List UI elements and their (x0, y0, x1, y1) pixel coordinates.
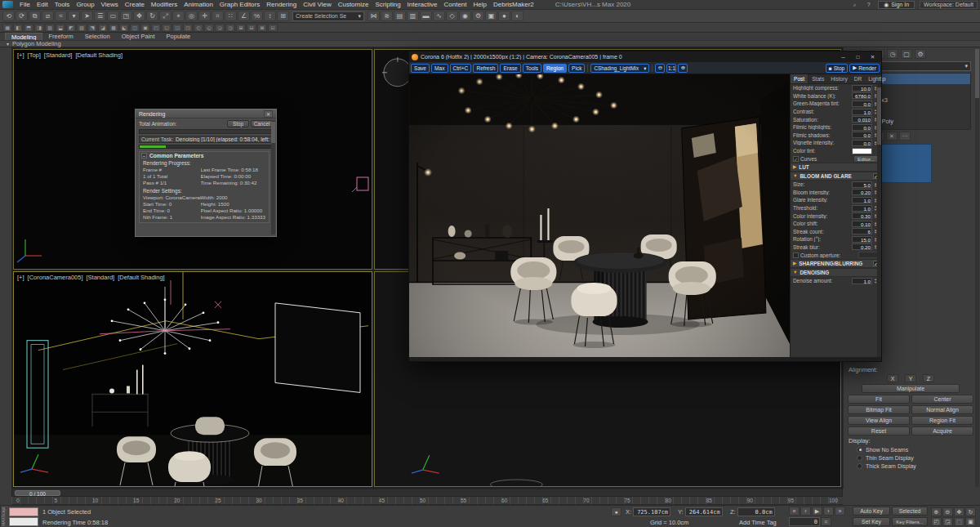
remove-modifier-icon[interactable]: ✕ (886, 132, 898, 141)
toolbar-icon[interactable]: ◧ (13, 24, 23, 32)
menu-item[interactable]: Rendering (263, 1, 300, 8)
zoom-extents-icon[interactable]: ◰ (931, 517, 942, 526)
toolbar-icon[interactable]: ▣ (140, 24, 150, 32)
maximize-icon[interactable]: □ (852, 53, 864, 61)
toolbar-icon[interactable]: ◶ (215, 24, 225, 32)
select-and-move-icon[interactable]: ✥ (133, 11, 145, 21)
menu-item[interactable]: Scripting (372, 1, 403, 8)
toolbar-icon[interactable]: ⬓ (56, 24, 65, 32)
select-object-icon[interactable]: ➤ (81, 11, 93, 21)
toolbar-icon[interactable]: ⊠ (257, 24, 267, 32)
value-input[interactable]: 0.30 (852, 212, 872, 219)
select-and-rotate-icon[interactable]: ↻ (146, 11, 158, 21)
display-tab-icon[interactable]: ▢ (901, 49, 912, 59)
motion-tab-icon[interactable]: ◷ (887, 49, 898, 59)
ribbon-toggle-icon[interactable]: ▬ (420, 11, 432, 21)
keyboard-override-icon[interactable]: ⌗ (212, 11, 224, 21)
alignment-button[interactable]: Bitmap Fit (848, 405, 910, 414)
maxscript-label[interactable]: MAXScript (0, 506, 8, 527)
menu-item[interactable]: File (16, 1, 33, 8)
menu-item[interactable]: Graph Editors (216, 1, 263, 8)
use-pivot-center-icon[interactable]: ◎ (185, 11, 198, 21)
menu-item[interactable]: Tools (51, 1, 74, 8)
refresh-button[interactable]: Refresh (473, 64, 498, 73)
save-button[interactable]: Save (411, 64, 430, 73)
snaps-toggle-icon[interactable]: ∷ (225, 11, 237, 21)
alignment-button[interactable]: Normal Align (911, 405, 973, 414)
selection-filter-icon[interactable]: ▾ (68, 11, 80, 21)
menu-item[interactable]: Content (441, 1, 470, 8)
curves-editor-button[interactable]: Editor... (853, 155, 879, 163)
vfb-tab[interactable]: Stats (808, 74, 827, 83)
zoom-all-icon[interactable]: ⊖ (942, 507, 953, 516)
select-and-manipulate-icon[interactable]: ✛ (198, 11, 211, 21)
alignment-button[interactable]: Center (911, 395, 973, 404)
value-input[interactable]: 6 (852, 228, 872, 234)
display-option-radio[interactable]: Show No Seams (845, 445, 976, 453)
erase-button[interactable]: Erase (500, 64, 520, 73)
orbit-icon[interactable]: ↻ (965, 507, 976, 516)
viewport-menu[interactable]: [Default Shading] (118, 274, 165, 281)
viewport-menu[interactable]: [Default Shading] (75, 51, 122, 59)
curves-checkbox[interactable]: ✓ (793, 156, 799, 162)
spinner-snap-icon[interactable]: ↕ (264, 11, 276, 21)
toolbar-icon[interactable]: ▧ (45, 24, 55, 32)
toolbar-icon[interactable]: ◱ (162, 24, 172, 32)
add-time-tag[interactable]: Add Time Tag (739, 519, 777, 526)
send-to-max-button[interactable]: Max (431, 64, 448, 73)
stop-button[interactable]: Stop (227, 120, 249, 127)
select-and-scale-icon[interactable]: ⤢ (159, 11, 172, 21)
ribbon-tab[interactable]: Freeform (42, 33, 78, 40)
ribbon-tab[interactable]: Object Paint (116, 33, 161, 40)
toolbar-icon[interactable]: ⊡ (268, 24, 278, 32)
vfb-render-button[interactable]: ▶Render (849, 64, 880, 73)
named-selection-set-combo[interactable]: Create Selection Se▾ (292, 11, 364, 21)
toolbar-icon[interactable]: ◴ (194, 24, 203, 32)
value-input[interactable]: 1.0 (852, 205, 872, 212)
material-editor-icon[interactable]: ◉ (459, 11, 471, 21)
command-panel-scrollbar[interactable] (975, 49, 979, 487)
pick-button[interactable]: Pick (568, 64, 585, 73)
value-input[interactable]: 0.20 (852, 189, 872, 195)
sign-in-button[interactable]: ◉Sign In (878, 1, 915, 9)
toolbar-icon[interactable]: ▩ (109, 24, 118, 32)
bind-to-space-warp-icon[interactable]: ≈ (55, 11, 67, 21)
zoom-region-icon[interactable]: ◲ (942, 517, 953, 526)
y-input[interactable]: 264.614cm (685, 507, 723, 516)
track-bar[interactable]: 0510152025303540455055606570758085909510… (11, 497, 843, 505)
render-setup-icon[interactable]: ⚙ (472, 11, 484, 21)
angle-snap-icon[interactable]: ∠ (238, 11, 250, 21)
value-input[interactable]: 0.0 (852, 124, 872, 131)
viewport-menu[interactable]: [CoronaCamera005] (28, 274, 83, 281)
zoom-in-icon[interactable]: ⊕ (678, 64, 688, 73)
vfb-tab[interactable]: DR (851, 74, 866, 83)
toolbar-icon[interactable]: ◨ (34, 24, 44, 32)
menu-item[interactable]: Modifiers (148, 1, 180, 8)
toolbar-icon[interactable]: ⬕ (119, 24, 129, 32)
alignment-button[interactable]: Reset (848, 427, 910, 435)
tools-button[interactable]: Tools (523, 64, 541, 73)
value-input[interactable]: 1.0 (852, 197, 872, 203)
value-input[interactable]: 6780.0 (852, 92, 872, 99)
render-production-icon[interactable]: ● (498, 11, 510, 21)
lut-section-header[interactable]: ▶ LUT (791, 163, 881, 172)
app-logo-icon[interactable] (2, 1, 13, 8)
selection-mode-dropdown[interactable]: Selected (892, 507, 928, 516)
value-input[interactable]: 1.0 (852, 109, 872, 115)
render-iterative-icon[interactable]: ◐ (511, 11, 523, 21)
maxscript-listener-output[interactable] (9, 517, 38, 526)
set-key-button[interactable]: Set Key (853, 517, 890, 526)
viewport-menu[interactable]: [+] (17, 51, 24, 59)
vfb-tab[interactable]: Post (791, 74, 808, 83)
named-selection-sets-icon[interactable]: ⊞ (277, 11, 289, 21)
alignment-button[interactable]: Acquire (911, 427, 973, 435)
undo-icon[interactable]: ⟲ (2, 11, 15, 21)
value-input[interactable]: 0.010 (852, 116, 872, 123)
toolbar-icon[interactable]: ▦ (2, 24, 12, 32)
zoom-1-1-button[interactable]: 1:1 (666, 64, 676, 73)
rectangular-selection-region-icon[interactable]: ▭ (107, 11, 119, 21)
zoom-icon[interactable]: ⊕ (931, 507, 942, 516)
layer-explorer-icon[interactable]: ▤ (394, 11, 406, 21)
utilities-tab-icon[interactable]: ⚙ (915, 49, 926, 59)
value-input[interactable]: 0.10 (852, 221, 872, 227)
